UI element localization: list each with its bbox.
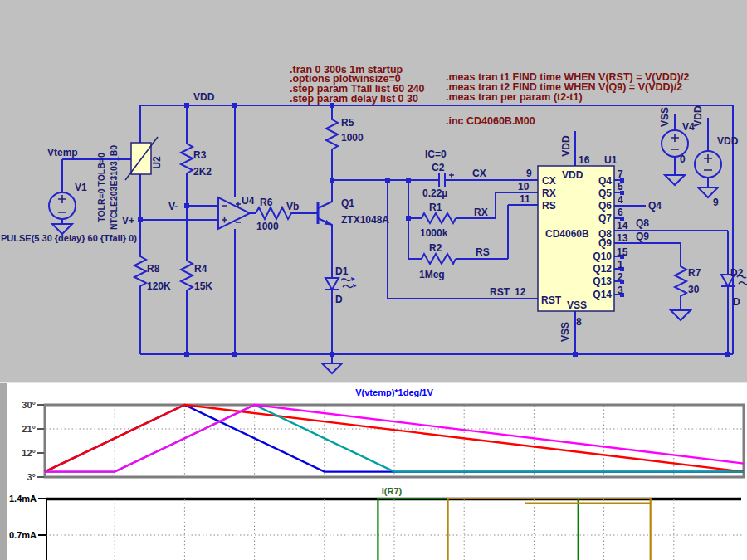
r5-value: 1000 — [341, 132, 364, 144]
net-label-q9: Q9 — [636, 231, 649, 242]
net-label-vminus: V- — [168, 201, 178, 212]
r6-name: R6 — [260, 197, 273, 208]
ic-pin-q12: Q12 — [593, 263, 612, 275]
pin-number-8: 8 — [576, 316, 582, 328]
d2-type: D — [733, 296, 740, 308]
pin-number-11: 11 — [520, 193, 530, 205]
u2-name: U2 — [151, 156, 163, 169]
ic-pin-rs: RS — [542, 200, 556, 212]
ic-pin-q14: Q14 — [593, 289, 612, 300]
pin-number-1: 1 — [618, 259, 623, 270]
ic-pin-rst: RST — [541, 295, 562, 306]
r3-name: R3 — [193, 149, 207, 161]
ic-name: U1 — [604, 154, 618, 166]
ic-pin-q7: Q7 — [598, 212, 612, 224]
ic-pin-rx: RX — [542, 187, 556, 199]
c2-value: 0.22µ — [422, 187, 447, 199]
net-label-vplus: V+ — [122, 215, 134, 226]
net-label-rx: RX — [474, 207, 488, 218]
pin-number-9: 9 — [526, 168, 532, 179]
y-tick-label: 21° — [22, 424, 36, 434]
pane1-title: V(vtemp)*1deg/1V — [355, 387, 433, 397]
net-label-vtemp: Vtemp — [47, 147, 78, 158]
d2-name: D2 — [730, 267, 744, 279]
vdd-source-name: VDD — [717, 135, 739, 147]
directive-meas-per: .meas tran per param (t2-t1) — [446, 91, 583, 103]
r6-value: 1000 — [256, 221, 279, 232]
schematic-canvas[interactable]: .tran 0 300s 1m startup.options plotwins… — [0, 0, 747, 382]
net-label-rst: RST — [490, 286, 510, 298]
ic-vdd-net: VDD — [560, 135, 572, 157]
v1-name: V1 — [75, 182, 87, 193]
pin-number-16: 16 — [579, 154, 590, 166]
window-split-divider[interactable] — [0, 382, 747, 383]
ic-pin-q4: Q4 — [598, 175, 612, 187]
ic-pin-q9: Q9 — [598, 237, 612, 249]
r8-name: R8 — [147, 263, 160, 275]
r1-name: R1 — [429, 202, 442, 213]
v4-net-vss: VSS — [659, 107, 671, 127]
pin-number-2: 2 — [618, 271, 623, 283]
r1-value: 1000k — [420, 227, 448, 239]
ic-pin-q5: Q5 — [598, 187, 612, 199]
ltspice-window: .tran 0 300s 1m startup.options plotwins… — [0, 0, 747, 560]
pin-number-5: 5 — [618, 181, 623, 192]
r7-name: R7 — [688, 267, 701, 279]
c2-name: C2 — [432, 162, 445, 173]
net-label-rs: RS — [476, 246, 490, 258]
r2-name: R2 — [429, 242, 442, 254]
vdd-source-net: VDD — [692, 105, 704, 127]
ic-pin-q13: Q13 — [593, 275, 612, 287]
ic-part-number: CD4060B — [545, 228, 589, 240]
net-label-vb: Vb — [286, 201, 299, 212]
directive-inc: .inc CD4060B.M00 — [446, 115, 535, 127]
pin-number-6: 6 — [618, 207, 623, 218]
c2-initial-condition: IC=0 — [425, 149, 447, 160]
y-tick-label: 1.4mA — [9, 494, 37, 504]
y-tick-label: 12° — [22, 448, 36, 458]
ic-vss-net: VSS — [559, 322, 571, 342]
r2-value: 1Meg — [419, 269, 445, 280]
v4-value: 0 — [680, 153, 686, 165]
pin-number-14: 14 — [617, 220, 628, 231]
net-label-q8: Q8 — [636, 217, 649, 229]
pin-number-3: 3 — [618, 285, 623, 296]
net-label-cx: CX — [472, 168, 486, 179]
directive-step-delay: .step param delay list 0 30 — [290, 93, 418, 105]
r4-value: 15K — [194, 280, 212, 292]
vdd-source-value: 9 — [713, 197, 719, 208]
waveform-viewer[interactable]: 30°21°12°3°V(vtemp)*1deg/1V1.4mA0.7mAI(R… — [0, 382, 747, 560]
net-label-vdd-rail: VDD — [193, 91, 215, 103]
d1-type: D — [335, 294, 343, 305]
r7-value: 30 — [688, 284, 700, 295]
pane2-title: I(R7) — [382, 486, 403, 496]
pin-number-4: 4 — [618, 194, 623, 206]
v1-value: PULSE(5 30 {delay} 60 {Tfall} 0) — [1, 233, 137, 243]
q1-name: Q1 — [341, 197, 354, 209]
net-label-q4: Q4 — [648, 200, 662, 212]
pin-number-7: 7 — [618, 168, 623, 180]
ic-pin-vss: VSS — [567, 299, 587, 311]
ic-pin-q10: Q10 — [593, 251, 612, 262]
pin-number-12: 12 — [515, 286, 526, 298]
ic-pin-cx: CX — [542, 175, 556, 187]
d1-name: D1 — [335, 265, 349, 277]
u4-name: U4 — [242, 195, 255, 207]
q1-value: ZTX1048A — [341, 214, 389, 226]
y-tick-label: 30° — [22, 400, 36, 410]
u2-tolerance: TOLR=0 TOLB=0 — [96, 153, 106, 222]
u2-part-number: NTCLE203E3103_B0 — [109, 145, 119, 230]
pin-number-13: 13 — [617, 232, 628, 244]
ic-pin-q6: Q6 — [598, 200, 612, 212]
r3-value: 2K2 — [193, 166, 212, 178]
r8-value: 120K — [147, 280, 171, 292]
r5-name: R5 — [341, 117, 354, 129]
ic-pin-vdd: VDD — [562, 169, 583, 181]
r4-name: R4 — [194, 263, 208, 275]
pin-number-15: 15 — [617, 246, 628, 258]
plot-window-left-margin — [0, 382, 7, 560]
y-tick-label: 0.7mA — [9, 530, 37, 540]
pin-number-10: 10 — [518, 181, 530, 192]
y-tick-label: 3° — [27, 472, 36, 482]
